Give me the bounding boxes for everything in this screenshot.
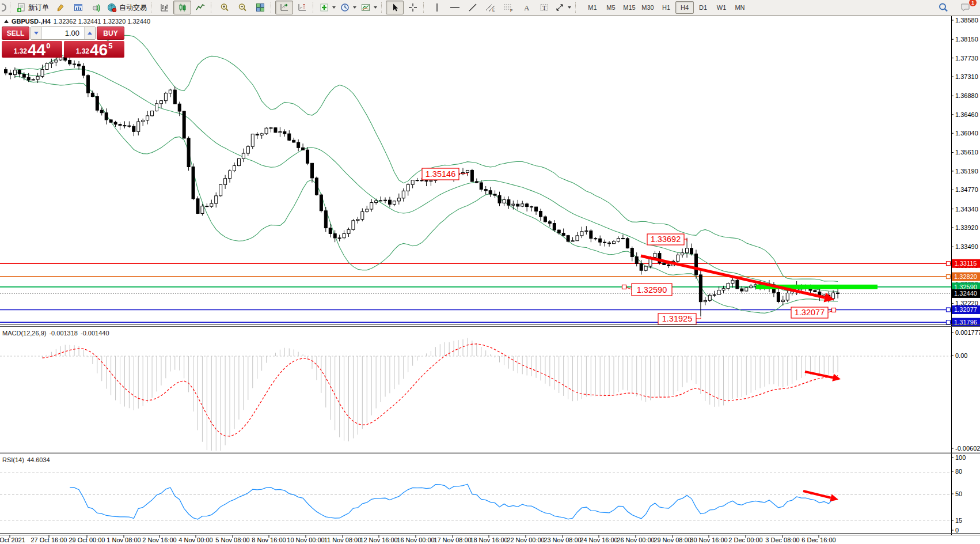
svg-text:22 Nov 00:00: 22 Nov 00:00 <box>507 537 544 543</box>
dropdown-caret-icon <box>353 6 356 9</box>
macd-indicator-label: MACD(12,26,9) -0.001318 -0.001440 <box>2 330 109 337</box>
svg-text:10 Nov 00:00: 10 Nov 00:00 <box>287 537 324 543</box>
timeframe-button-MN[interactable]: MN <box>731 1 749 14</box>
auto-scroll-button[interactable] <box>275 1 293 14</box>
svg-text:1.32590: 1.32590 <box>637 285 667 294</box>
arrows-tool-button[interactable] <box>553 1 573 14</box>
svg-text:2 Nov 16:00: 2 Nov 16:00 <box>142 537 176 543</box>
timeframe-button-M5[interactable]: M5 <box>602 1 620 14</box>
rsi-name: RSI(14) <box>2 456 24 463</box>
svg-text:1.31925: 1.31925 <box>662 314 692 323</box>
svg-text:8 Nov 16:00: 8 Nov 16:00 <box>252 537 286 543</box>
chart-shift-icon <box>298 3 307 12</box>
timeframe-button-W1[interactable]: W1 <box>712 1 731 14</box>
new-order-icon <box>17 3 26 12</box>
timeframe-toolbar: M1M5M15M30H1H4D1W1MN <box>583 1 749 14</box>
cursor-icon <box>390 3 400 12</box>
timeframe-button-M1[interactable]: M1 <box>583 1 602 14</box>
line-chart-button[interactable] <box>191 1 209 14</box>
svg-text:1.35190: 1.35190 <box>955 168 978 175</box>
sell-price-display[interactable]: 1.32440 <box>2 41 62 58</box>
svg-text:1.32077: 1.32077 <box>954 306 977 313</box>
vertical-line-tool-button[interactable] <box>428 1 446 14</box>
new-order-label: 新订单 <box>28 3 49 13</box>
auto-trading-label: 自动交易 <box>119 3 147 13</box>
buy-button[interactable]: BUY <box>97 27 124 40</box>
highlighter-button[interactable] <box>51 1 69 14</box>
timeframe-button-D1[interactable]: D1 <box>694 1 712 14</box>
toolbar: 新订单 <box>0 0 980 16</box>
level-marker[interactable] <box>947 275 951 279</box>
tile-windows-button[interactable] <box>251 1 269 14</box>
text-label-tool-button[interactable]: T <box>535 1 553 14</box>
level-marker[interactable] <box>947 320 951 324</box>
svg-text:26 Nov 00:00: 26 Nov 00:00 <box>617 537 654 543</box>
svg-text:5 Nov 08:00: 5 Nov 08:00 <box>215 537 249 543</box>
candlestick-chart-button[interactable] <box>173 1 191 14</box>
fibonacci-icon: F <box>503 3 514 12</box>
chart-title: GBPUSD-,H4 1.32362 1.32441 1.32320 1.324… <box>4 18 150 25</box>
notifications-button[interactable]: 1 <box>956 1 974 14</box>
sound-icon <box>92 3 101 12</box>
bar-chart-icon <box>160 3 169 12</box>
vertical-line-icon <box>432 3 442 12</box>
level-marker[interactable] <box>947 262 951 266</box>
level-marker[interactable] <box>947 308 951 312</box>
svg-text:1.35610: 1.35610 <box>955 149 978 156</box>
triangle-up-icon <box>88 32 92 35</box>
volume-decrease-button[interactable] <box>31 27 42 39</box>
svg-text:1.32077: 1.32077 <box>795 308 825 317</box>
price-label-annotation[interactable]: 1.31925 <box>658 313 701 324</box>
horizontal-line-tool-button[interactable] <box>446 1 464 14</box>
auto-trading-button[interactable]: 自动交易 <box>105 1 149 14</box>
svg-text:24 Nov 16:00: 24 Nov 16:00 <box>580 537 617 543</box>
timeframe-button-M15[interactable]: M15 <box>620 1 639 14</box>
timeframe-button-H1[interactable]: H1 <box>657 1 675 14</box>
periods-button[interactable] <box>338 1 359 14</box>
new-order-button[interactable]: 新订单 <box>14 1 51 14</box>
rsi-indicator-label: RSI(14) 44.6034 <box>2 456 50 463</box>
buy-price-display[interactable]: 1.32465 <box>64 41 124 58</box>
text-tool-button[interactable]: A <box>517 1 535 14</box>
sell-price-pip: 0 <box>46 41 50 50</box>
add-indicator-button[interactable] <box>317 1 338 14</box>
timeframe-button-M30[interactable]: M30 <box>639 1 657 14</box>
crosshair-tool-button[interactable] <box>404 1 421 14</box>
zoom-out-icon <box>238 3 247 12</box>
macd-signal-value: -0.001440 <box>81 330 109 337</box>
templates-button[interactable] <box>359 1 379 14</box>
volume-input[interactable] <box>42 27 84 39</box>
line-chart-icon <box>196 3 205 12</box>
svg-text:1 Nov 08:00: 1 Nov 08:00 <box>107 537 140 543</box>
cursor-tool-button[interactable] <box>386 1 404 14</box>
auto-trading-icon <box>107 3 117 12</box>
svg-text:29 Nov 08:00: 29 Nov 08:00 <box>654 537 691 543</box>
zoom-out-button[interactable] <box>233 1 251 14</box>
price-label-annotation[interactable]: 1.33692 <box>647 234 687 245</box>
bar-chart-button[interactable] <box>155 1 173 14</box>
sound-button[interactable] <box>87 1 105 14</box>
equidistant-channel-icon: E <box>485 3 496 12</box>
text-label-icon: T <box>540 3 549 12</box>
time-axis[interactable]: 6 Oct 202127 Oct 16:0029 Oct 00:001 Nov … <box>0 535 836 543</box>
candlestick-chart-icon <box>178 3 187 12</box>
toolbar-grip <box>381 2 384 13</box>
market-watch-button[interactable] <box>69 1 87 14</box>
sell-button[interactable]: SELL <box>2 27 29 40</box>
clipped-edge-icon[interactable] <box>1 1 8 14</box>
svg-text:1.37310: 1.37310 <box>955 73 978 80</box>
equidistant-channel-tool-button[interactable]: E <box>481 1 499 14</box>
chart-shift-button[interactable] <box>293 1 311 14</box>
collapse-panel-icon[interactable] <box>4 20 9 23</box>
tile-windows-icon <box>256 3 265 12</box>
volume-increase-button[interactable] <box>84 27 95 39</box>
chart-svg[interactable]: 1.351461.336921.325901.319251.320771.385… <box>0 0 980 544</box>
svg-text:4 Nov 00:00: 4 Nov 00:00 <box>178 537 212 543</box>
fibonacci-tool-button[interactable]: F <box>499 1 517 14</box>
zoom-in-button[interactable] <box>215 1 233 14</box>
svg-text:F: F <box>510 9 512 13</box>
trendline-tool-button[interactable] <box>464 1 481 14</box>
timeframe-button-H4[interactable]: H4 <box>675 1 694 14</box>
chart-ohlc-values: 1.32362 1.32441 1.32320 1.32440 <box>54 18 150 25</box>
search-button[interactable] <box>934 1 952 14</box>
